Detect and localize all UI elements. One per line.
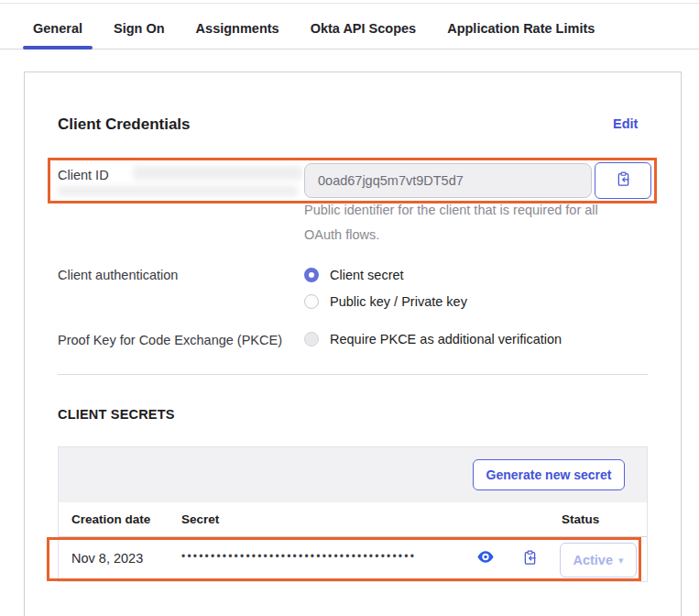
radio-selected-icon[interactable] — [304, 268, 319, 282]
pkce-checkbox-row[interactable]: Require PKCE as additional verification — [304, 332, 562, 346]
pkce-checkbox-label[interactable]: Require PKCE as additional verification — [330, 332, 562, 346]
eye-icon — [476, 550, 495, 567]
tab-application-rate-limits[interactable]: Application Rate Limits — [437, 7, 605, 49]
section-divider — [58, 374, 648, 375]
table-header-row: Creation date Secret Status — [59, 502, 647, 537]
copy-secret-button[interactable] — [519, 549, 540, 569]
column-header-creation-date: Creation date — [71, 512, 150, 526]
okta-app-settings-page: General Sign On Assignments Okta API Sco… — [0, 0, 699, 616]
client-secrets-heading: CLIENT SECRETS — [58, 407, 175, 422]
caret-down-icon: ▾ — [618, 555, 624, 566]
edit-button[interactable]: Edit — [613, 116, 638, 131]
tab-okta-api-scopes[interactable]: Okta API Scopes — [300, 7, 427, 49]
column-header-secret: Secret — [181, 512, 219, 526]
copy-client-id-button[interactable] — [595, 162, 651, 199]
client-authentication-label: Client authentication — [58, 268, 178, 282]
checkbox-unchecked-icon[interactable] — [304, 332, 319, 346]
tab-general[interactable]: General — [23, 7, 93, 49]
status-badge: Active — [573, 553, 613, 567]
radio-option-client-secret[interactable]: Client secret — [304, 266, 467, 284]
generate-new-secret-button[interactable]: Generate new secret — [473, 459, 625, 490]
client-id-field[interactable]: 0oad67jgq5m7vt9DT5d7 — [304, 163, 592, 198]
radio-unselected-icon[interactable] — [304, 294, 319, 309]
client-authentication-options: Client secret Public key / Private key — [304, 266, 467, 311]
clipboard-copy-icon — [521, 549, 539, 570]
tab-assignments[interactable]: Assignments — [186, 7, 289, 49]
client-id-label: Client ID — [58, 168, 109, 182]
radio-option-public-private-key[interactable]: Public key / Private key — [304, 292, 467, 311]
clipboard-copy-icon — [615, 170, 632, 192]
client-id-description-line2: OAuth flows. — [304, 223, 379, 248]
radio-option-label[interactable]: Client secret — [330, 268, 404, 282]
client-secrets-table: Generate new secret Creation date Secret… — [58, 446, 648, 582]
reveal-secret-button[interactable] — [475, 550, 496, 566]
column-header-status: Status — [562, 512, 599, 526]
client-credentials-heading: Client Credentials — [58, 116, 191, 134]
client-id-description-line1: Public identifier for the client that is… — [304, 198, 598, 223]
redaction-smudge — [133, 166, 302, 180]
top-divider — [0, 3, 699, 4]
tab-sign-on[interactable]: Sign On — [104, 7, 175, 49]
app-tab-bar: General Sign On Assignments Okta API Sco… — [0, 7, 699, 50]
secret-creation-date: Nov 8, 2023 — [71, 551, 143, 566]
table-toolbar: Generate new secret — [59, 447, 647, 502]
radio-option-label[interactable]: Public key / Private key — [330, 294, 467, 309]
masked-secret-value: •••••••••••••••••••••••••••••••••••••••• — [181, 550, 476, 563]
secret-status-dropdown[interactable]: Active ▾ — [560, 543, 637, 578]
redaction-smudge — [58, 186, 298, 196]
table-row: Nov 8, 2023 ••••••••••••••••••••••••••••… — [59, 537, 647, 581]
pkce-label: Proof Key for Code Exchange (PKCE) — [58, 333, 282, 347]
